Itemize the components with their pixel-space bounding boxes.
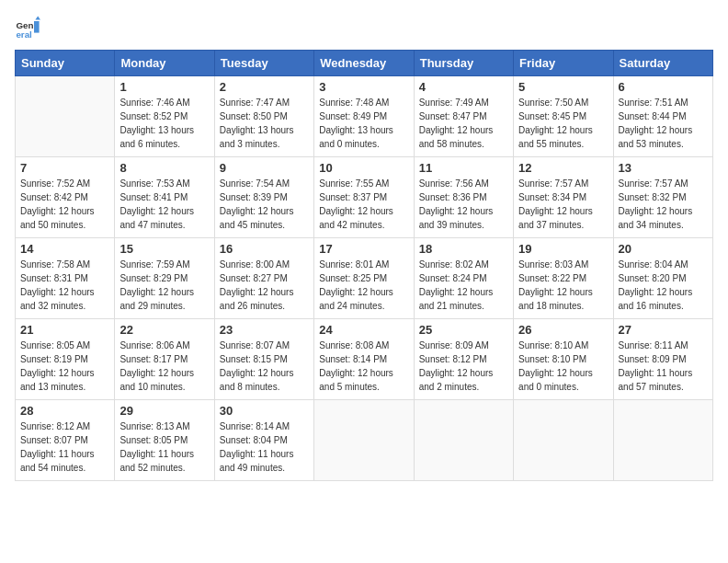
day-info: Sunrise: 7:46 AM Sunset: 8:52 PM Dayligh…: [119, 96, 209, 151]
header-day-friday: Friday: [514, 51, 613, 76]
day-number: 16: [220, 242, 309, 256]
calendar-cell: 18Sunrise: 8:02 AM Sunset: 8:24 PM Dayli…: [414, 238, 513, 319]
day-info: Sunrise: 8:11 AM Sunset: 8:09 PM Dayligh…: [619, 339, 708, 394]
day-number: 2: [220, 80, 309, 94]
day-number: 28: [20, 404, 109, 418]
calendar-cell: 19Sunrise: 8:03 AM Sunset: 8:22 PM Dayli…: [514, 238, 613, 319]
calendar-cell: [16, 76, 115, 157]
day-info: Sunrise: 8:01 AM Sunset: 8:25 PM Dayligh…: [319, 258, 408, 313]
svg-marker-2: [35, 16, 40, 19]
day-info: Sunrise: 7:56 AM Sunset: 8:36 PM Dayligh…: [419, 177, 508, 232]
calendar-cell: 5Sunrise: 7:50 AM Sunset: 8:45 PM Daylig…: [514, 76, 613, 157]
week-row-5: 28Sunrise: 8:12 AM Sunset: 8:07 PM Dayli…: [16, 400, 713, 481]
calendar-cell: 13Sunrise: 7:57 AM Sunset: 8:32 PM Dayli…: [613, 157, 712, 238]
day-info: Sunrise: 8:10 AM Sunset: 8:10 PM Dayligh…: [518, 339, 608, 394]
day-number: 19: [518, 242, 608, 256]
day-number: 26: [518, 323, 608, 337]
calendar-cell: 6Sunrise: 7:51 AM Sunset: 8:44 PM Daylig…: [613, 76, 712, 157]
header-day-wednesday: Wednesday: [314, 51, 414, 76]
calendar-cell: 27Sunrise: 8:11 AM Sunset: 8:09 PM Dayli…: [613, 319, 712, 400]
day-info: Sunrise: 8:06 AM Sunset: 8:17 PM Dayligh…: [119, 339, 209, 394]
day-number: 9: [220, 161, 309, 175]
day-info: Sunrise: 7:47 AM Sunset: 8:50 PM Dayligh…: [220, 96, 309, 151]
calendar-cell: 10Sunrise: 7:55 AM Sunset: 8:37 PM Dayli…: [314, 157, 414, 238]
day-info: Sunrise: 7:59 AM Sunset: 8:29 PM Dayligh…: [119, 258, 209, 313]
day-number: 15: [119, 242, 209, 256]
calendar-cell: 15Sunrise: 7:59 AM Sunset: 8:29 PM Dayli…: [115, 238, 214, 319]
day-number: 8: [119, 161, 209, 175]
calendar-cell: 28Sunrise: 8:12 AM Sunset: 8:07 PM Dayli…: [16, 400, 115, 481]
day-number: 4: [419, 80, 508, 94]
day-number: 11: [419, 161, 508, 175]
day-number: 18: [419, 242, 508, 256]
day-number: 21: [20, 323, 109, 337]
calendar-cell: [613, 400, 712, 481]
day-number: 14: [20, 242, 109, 256]
page-header: Gen eral: [15, 15, 713, 40]
day-info: Sunrise: 8:05 AM Sunset: 8:19 PM Dayligh…: [20, 339, 109, 394]
day-info: Sunrise: 8:12 AM Sunset: 8:07 PM Dayligh…: [20, 419, 109, 475]
day-info: Sunrise: 7:50 AM Sunset: 8:45 PM Dayligh…: [518, 96, 608, 151]
calendar-cell: 9Sunrise: 7:54 AM Sunset: 8:39 PM Daylig…: [214, 157, 313, 238]
calendar-cell: 2Sunrise: 7:47 AM Sunset: 8:50 PM Daylig…: [214, 76, 313, 157]
calendar-cell: [314, 400, 414, 481]
header-day-thursday: Thursday: [414, 51, 513, 76]
day-number: 20: [619, 242, 708, 256]
calendar-cell: 23Sunrise: 8:07 AM Sunset: 8:15 PM Dayli…: [214, 319, 313, 400]
calendar-cell: [414, 400, 513, 481]
calendar-cell: 24Sunrise: 8:08 AM Sunset: 8:14 PM Dayli…: [314, 319, 414, 400]
calendar-cell: 14Sunrise: 7:58 AM Sunset: 8:31 PM Dayli…: [16, 238, 115, 319]
day-info: Sunrise: 8:13 AM Sunset: 8:05 PM Dayligh…: [119, 419, 209, 475]
day-info: Sunrise: 8:08 AM Sunset: 8:14 PM Dayligh…: [319, 339, 408, 394]
day-number: 29: [119, 404, 209, 418]
week-row-3: 14Sunrise: 7:58 AM Sunset: 8:31 PM Dayli…: [16, 238, 713, 319]
day-number: 5: [518, 80, 608, 94]
calendar-cell: 8Sunrise: 7:53 AM Sunset: 8:41 PM Daylig…: [115, 157, 214, 238]
day-info: Sunrise: 7:51 AM Sunset: 8:44 PM Dayligh…: [619, 96, 708, 151]
day-number: 23: [220, 323, 309, 337]
logo-icon: Gen eral: [15, 15, 40, 40]
calendar-cell: 16Sunrise: 8:00 AM Sunset: 8:27 PM Dayli…: [214, 238, 313, 319]
day-info: Sunrise: 7:57 AM Sunset: 8:32 PM Dayligh…: [619, 177, 708, 232]
header-day-saturday: Saturday: [613, 51, 712, 76]
calendar-cell: 20Sunrise: 8:04 AM Sunset: 8:20 PM Dayli…: [613, 238, 712, 319]
calendar-cell: 30Sunrise: 8:14 AM Sunset: 8:04 PM Dayli…: [214, 400, 313, 481]
week-row-2: 7Sunrise: 7:52 AM Sunset: 8:42 PM Daylig…: [16, 157, 713, 238]
day-info: Sunrise: 8:00 AM Sunset: 8:27 PM Dayligh…: [220, 258, 309, 313]
svg-text:eral: eral: [16, 29, 32, 40]
day-number: 10: [319, 161, 408, 175]
calendar-cell: 4Sunrise: 7:49 AM Sunset: 8:47 PM Daylig…: [414, 76, 513, 157]
header-day-monday: Monday: [115, 51, 214, 76]
day-number: 13: [619, 161, 708, 175]
day-info: Sunrise: 7:52 AM Sunset: 8:42 PM Dayligh…: [20, 177, 109, 232]
day-number: 7: [20, 161, 109, 175]
calendar-table: SundayMondayTuesdayWednesdayThursdayFrid…: [15, 50, 713, 481]
calendar-cell: 22Sunrise: 8:06 AM Sunset: 8:17 PM Dayli…: [115, 319, 214, 400]
day-number: 12: [518, 161, 608, 175]
calendar-cell: 17Sunrise: 8:01 AM Sunset: 8:25 PM Dayli…: [314, 238, 414, 319]
calendar-header-row: SundayMondayTuesdayWednesdayThursdayFrid…: [16, 51, 713, 76]
calendar-cell: 21Sunrise: 8:05 AM Sunset: 8:19 PM Dayli…: [16, 319, 115, 400]
day-info: Sunrise: 7:55 AM Sunset: 8:37 PM Dayligh…: [319, 177, 408, 232]
calendar-cell: 1Sunrise: 7:46 AM Sunset: 8:52 PM Daylig…: [115, 76, 214, 157]
day-info: Sunrise: 7:49 AM Sunset: 8:47 PM Dayligh…: [419, 96, 508, 151]
week-row-4: 21Sunrise: 8:05 AM Sunset: 8:19 PM Dayli…: [16, 319, 713, 400]
day-info: Sunrise: 7:57 AM Sunset: 8:34 PM Dayligh…: [518, 177, 608, 232]
calendar-cell: 3Sunrise: 7:48 AM Sunset: 8:49 PM Daylig…: [314, 76, 414, 157]
calendar-cell: 25Sunrise: 8:09 AM Sunset: 8:12 PM Dayli…: [414, 319, 513, 400]
header-day-tuesday: Tuesday: [214, 51, 313, 76]
day-number: 1: [119, 80, 209, 94]
day-info: Sunrise: 7:58 AM Sunset: 8:31 PM Dayligh…: [20, 258, 109, 313]
day-info: Sunrise: 7:53 AM Sunset: 8:41 PM Dayligh…: [119, 177, 209, 232]
calendar-cell: 29Sunrise: 8:13 AM Sunset: 8:05 PM Dayli…: [115, 400, 214, 481]
day-info: Sunrise: 8:09 AM Sunset: 8:12 PM Dayligh…: [419, 339, 508, 394]
day-number: 17: [319, 242, 408, 256]
svg-rect-3: [34, 21, 40, 33]
day-info: Sunrise: 7:48 AM Sunset: 8:49 PM Dayligh…: [319, 96, 408, 151]
header-day-sunday: Sunday: [16, 51, 115, 76]
calendar-cell: 7Sunrise: 7:52 AM Sunset: 8:42 PM Daylig…: [16, 157, 115, 238]
day-info: Sunrise: 8:02 AM Sunset: 8:24 PM Dayligh…: [419, 258, 508, 313]
day-info: Sunrise: 8:07 AM Sunset: 8:15 PM Dayligh…: [220, 339, 309, 394]
day-number: 22: [119, 323, 209, 337]
day-number: 30: [220, 404, 309, 418]
